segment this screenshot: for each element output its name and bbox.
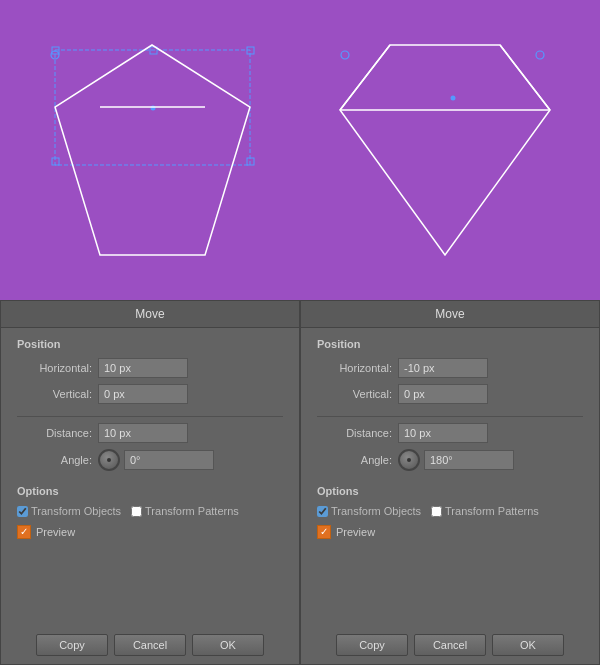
right-preview-check-icon: ✓	[320, 527, 328, 537]
right-vertical-input[interactable]	[398, 384, 488, 404]
left-angle-dial[interactable]	[98, 449, 120, 471]
right-horizontal-label: Horizontal:	[317, 362, 392, 374]
left-diamond-svg	[45, 35, 265, 265]
left-preview-row: ✓ Preview	[17, 525, 283, 539]
left-transform-objects-text: Transform Objects	[31, 505, 121, 517]
right-angle-dial[interactable]	[398, 449, 420, 471]
right-panel: Move Position Horizontal: Vertical: Dist…	[300, 300, 600, 665]
right-diamond-svg	[335, 35, 555, 265]
left-panel-body: Position Horizontal: Vertical: Distance:…	[1, 328, 299, 628]
left-options-label: Options	[17, 485, 283, 497]
right-transform-objects-label[interactable]: Transform Objects	[317, 505, 421, 517]
panels-row: Move Position Horizontal: Vertical: Dist…	[0, 300, 600, 665]
left-options-section: Options Transform Objects Transform Patt…	[17, 485, 283, 517]
svg-line-15	[340, 45, 390, 110]
svg-line-16	[500, 45, 550, 110]
left-preview-check-icon: ✓	[20, 527, 28, 537]
left-panel-title: Move	[1, 301, 299, 328]
left-distance-row: Distance:	[17, 423, 283, 443]
left-transform-objects-checkbox[interactable]	[17, 506, 28, 517]
left-horizontal-input[interactable]	[98, 358, 188, 378]
right-panel-title: Move	[301, 301, 599, 328]
right-options-label: Options	[317, 485, 583, 497]
right-horizontal-row: Horizontal:	[317, 358, 583, 378]
right-copy-button[interactable]: Copy	[336, 634, 408, 656]
left-cancel-button[interactable]: Cancel	[114, 634, 186, 656]
right-options-row: Transform Objects Transform Patterns	[317, 505, 583, 517]
svg-marker-8	[55, 45, 250, 255]
right-cancel-button[interactable]: Cancel	[414, 634, 486, 656]
right-preview-label: Preview	[336, 526, 375, 538]
left-distance-label: Distance:	[17, 427, 92, 439]
right-transform-patterns-checkbox[interactable]	[431, 506, 442, 517]
left-vertical-label: Vertical:	[17, 388, 92, 400]
left-position-label: Position	[17, 338, 283, 350]
left-angle-row: Angle:	[17, 449, 283, 471]
left-transform-patterns-checkbox[interactable]	[131, 506, 142, 517]
left-vertical-input[interactable]	[98, 384, 188, 404]
right-position-label: Position	[317, 338, 583, 350]
right-transform-patterns-label[interactable]: Transform Patterns	[431, 505, 539, 517]
right-angle-row: Angle:	[317, 449, 583, 471]
right-transform-objects-text: Transform Objects	[331, 505, 421, 517]
right-preview-row: ✓ Preview	[317, 525, 583, 539]
right-transform-objects-checkbox[interactable]	[317, 506, 328, 517]
right-diamond-container	[310, 20, 580, 280]
left-ok-button[interactable]: OK	[192, 634, 264, 656]
left-transform-patterns-text: Transform Patterns	[145, 505, 239, 517]
left-preview-label: Preview	[36, 526, 75, 538]
right-panel-body: Position Horizontal: Vertical: Distance:…	[301, 328, 599, 628]
canvas-area	[0, 0, 600, 300]
right-transform-patterns-text: Transform Patterns	[445, 505, 539, 517]
right-options-section: Options Transform Objects Transform Patt…	[317, 485, 583, 517]
right-preview-checkbox[interactable]: ✓	[317, 525, 331, 539]
left-buttons-row: Copy Cancel OK	[1, 628, 299, 664]
left-transform-objects-label[interactable]: Transform Objects	[17, 505, 121, 517]
left-horizontal-label: Horizontal:	[17, 362, 92, 374]
left-copy-button[interactable]: Copy	[36, 634, 108, 656]
right-distance-label: Distance:	[317, 427, 392, 439]
right-angle-label: Angle:	[317, 454, 392, 466]
right-vertical-label: Vertical:	[317, 388, 392, 400]
left-panel: Move Position Horizontal: Vertical: Dist…	[0, 300, 300, 665]
svg-point-10	[451, 96, 456, 101]
left-preview-checkbox[interactable]: ✓	[17, 525, 31, 539]
left-angle-dial-inner	[107, 458, 111, 462]
right-vertical-row: Vertical:	[317, 384, 583, 404]
right-divider	[317, 416, 583, 417]
svg-marker-13	[340, 45, 550, 255]
right-ok-button[interactable]: OK	[492, 634, 564, 656]
left-angle-label: Angle:	[17, 454, 92, 466]
left-horizontal-row: Horizontal:	[17, 358, 283, 378]
left-options-row: Transform Objects Transform Patterns	[17, 505, 283, 517]
left-distance-input[interactable]	[98, 423, 188, 443]
svg-point-12	[536, 51, 544, 59]
left-vertical-row: Vertical:	[17, 384, 283, 404]
left-angle-input[interactable]	[124, 450, 214, 470]
right-buttons-row: Copy Cancel OK	[301, 628, 599, 664]
svg-point-11	[341, 51, 349, 59]
right-distance-row: Distance:	[317, 423, 583, 443]
right-angle-input[interactable]	[424, 450, 514, 470]
right-horizontal-input[interactable]	[398, 358, 488, 378]
left-diamond-container	[20, 20, 290, 280]
left-transform-patterns-label[interactable]: Transform Patterns	[131, 505, 239, 517]
left-divider	[17, 416, 283, 417]
right-distance-input[interactable]	[398, 423, 488, 443]
right-angle-dial-inner	[407, 458, 411, 462]
